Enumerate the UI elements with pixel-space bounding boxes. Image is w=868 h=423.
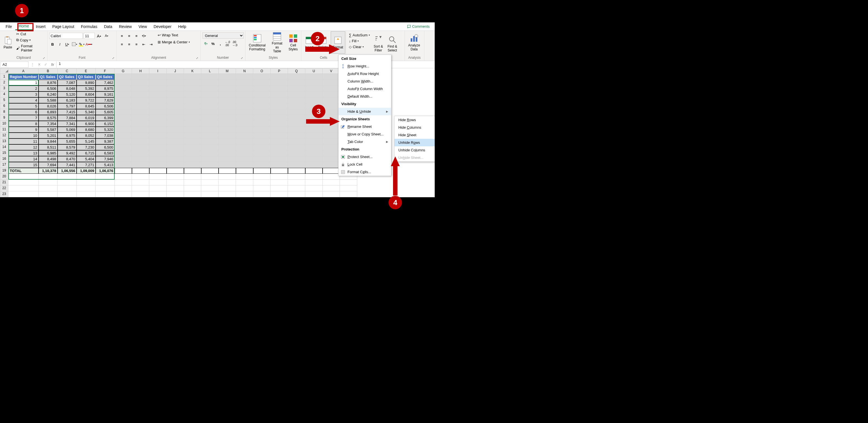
data-cell[interactable]: 8 bbox=[8, 121, 38, 127]
menu-move-copy-sheet[interactable]: Move or Copy Sheet... bbox=[339, 130, 391, 138]
empty-cell[interactable] bbox=[271, 86, 288, 91]
data-cell[interactable]: 7,271 bbox=[76, 162, 96, 168]
empty-cell[interactable] bbox=[322, 156, 340, 162]
empty-cell[interactable] bbox=[305, 179, 322, 186]
row-header-13[interactable]: 13 bbox=[0, 139, 8, 144]
data-cell[interactable]: 9,161 bbox=[96, 91, 115, 97]
empty-cell[interactable] bbox=[219, 133, 236, 139]
tab-home[interactable]: Home bbox=[16, 23, 32, 30]
empty-cell[interactable] bbox=[288, 133, 305, 139]
column-header-K[interactable]: K bbox=[184, 68, 201, 74]
empty-cell[interactable] bbox=[322, 103, 340, 109]
row-header-10[interactable]: 10 bbox=[0, 121, 8, 127]
number-format-select[interactable]: General bbox=[203, 32, 244, 38]
empty-cell[interactable] bbox=[288, 109, 305, 115]
row-header-17[interactable]: 17 bbox=[0, 162, 8, 168]
empty-cell[interactable] bbox=[132, 91, 149, 97]
data-cell[interactable]: 9,844 bbox=[38, 139, 58, 144]
data-cell[interactable]: 8,604 bbox=[76, 91, 96, 97]
data-cell[interactable]: 6,583 bbox=[96, 150, 115, 156]
empty-cell[interactable] bbox=[322, 179, 340, 186]
data-cell[interactable]: 6,152 bbox=[96, 121, 115, 127]
column-header-O[interactable]: O bbox=[253, 68, 271, 74]
empty-cell[interactable] bbox=[322, 150, 340, 156]
empty-cell[interactable] bbox=[322, 162, 340, 168]
data-cell[interactable]: 5,413 bbox=[96, 162, 115, 168]
font-name-input[interactable] bbox=[49, 33, 83, 39]
column-header-U[interactable]: U bbox=[305, 68, 322, 74]
percent-button[interactable]: % bbox=[210, 40, 216, 47]
empty-cell[interactable] bbox=[201, 186, 219, 191]
data-cell[interactable]: 5,320 bbox=[96, 127, 115, 133]
empty-cell[interactable] bbox=[271, 121, 288, 127]
empty-cell[interactable] bbox=[219, 168, 236, 174]
total-cell[interactable]: 1,06,076 bbox=[96, 168, 115, 174]
empty-cell[interactable] bbox=[149, 179, 166, 186]
data-cell[interactable]: 7 bbox=[8, 115, 38, 121]
empty-cell[interactable] bbox=[132, 133, 149, 139]
copy-button[interactable]: ⧉Copy ▾ bbox=[15, 37, 45, 43]
empty-cell[interactable] bbox=[166, 127, 184, 133]
empty-cell[interactable] bbox=[38, 191, 58, 197]
data-cell[interactable]: 8,052 bbox=[76, 133, 96, 139]
empty-cell[interactable] bbox=[219, 97, 236, 103]
empty-cell[interactable] bbox=[76, 186, 96, 191]
data-cell[interactable]: 15 bbox=[8, 162, 38, 168]
empty-cell[interactable] bbox=[253, 191, 271, 197]
data-cell[interactable]: 8,498 bbox=[38, 156, 58, 162]
empty-cell[interactable] bbox=[305, 86, 322, 91]
empty-cell[interactable] bbox=[76, 191, 96, 197]
empty-cell[interactable] bbox=[253, 80, 271, 86]
underline-button[interactable]: U ▾ bbox=[64, 41, 70, 48]
data-cell[interactable]: 12 bbox=[8, 144, 38, 150]
empty-cell[interactable] bbox=[288, 191, 305, 197]
empty-cell[interactable] bbox=[132, 103, 149, 109]
empty-cell[interactable] bbox=[236, 91, 253, 97]
empty-cell[interactable] bbox=[288, 144, 305, 150]
menu-row-height[interactable]: Row Height... bbox=[339, 62, 391, 70]
data-cell[interactable]: 6,985 bbox=[38, 150, 58, 156]
data-cell[interactable]: 7,341 bbox=[58, 121, 76, 127]
empty-cell[interactable] bbox=[115, 162, 132, 168]
accounting-button[interactable]: ₹▾ bbox=[203, 40, 209, 47]
row-header-20[interactable]: 20 bbox=[0, 174, 8, 179]
data-cell[interactable]: 7,694 bbox=[38, 162, 58, 168]
empty-cell[interactable] bbox=[322, 144, 340, 150]
empty-cell[interactable] bbox=[271, 97, 288, 103]
empty-cell[interactable] bbox=[76, 179, 96, 186]
empty-cell[interactable] bbox=[184, 150, 201, 156]
empty-cell[interactable] bbox=[166, 168, 184, 174]
empty-cell[interactable] bbox=[219, 121, 236, 127]
empty-cell[interactable] bbox=[166, 91, 184, 97]
empty-cell[interactable] bbox=[132, 139, 149, 144]
data-cell[interactable]: 8,680 bbox=[76, 127, 96, 133]
menu-column-width[interactable]: Column Width... bbox=[339, 78, 391, 85]
empty-cell[interactable] bbox=[96, 186, 115, 191]
fill-color-button[interactable]: ▾ bbox=[78, 41, 85, 48]
empty-cell[interactable] bbox=[271, 186, 288, 191]
empty-cell[interactable] bbox=[166, 186, 184, 191]
empty-cell[interactable] bbox=[201, 121, 219, 127]
empty-cell[interactable] bbox=[305, 91, 322, 97]
row-header-12[interactable]: 12 bbox=[0, 133, 8, 139]
empty-cell[interactable] bbox=[115, 133, 132, 139]
empty-cell[interactable] bbox=[115, 109, 132, 115]
empty-cell[interactable] bbox=[149, 91, 166, 97]
empty-cell[interactable] bbox=[236, 86, 253, 91]
empty-cell[interactable] bbox=[115, 156, 132, 162]
empty-cell[interactable] bbox=[219, 91, 236, 97]
row-header-19[interactable]: 19 bbox=[0, 168, 8, 174]
empty-cell[interactable] bbox=[184, 86, 201, 91]
empty-cell[interactable] bbox=[166, 139, 184, 144]
header-cell[interactable]: Q1 Sales bbox=[38, 74, 58, 80]
menu-hide-unhide[interactable]: Hide & Unhide▶ bbox=[339, 108, 391, 115]
empty-cell[interactable] bbox=[236, 144, 253, 150]
tab-formulas[interactable]: Formulas bbox=[78, 23, 101, 30]
empty-cell[interactable] bbox=[115, 80, 132, 86]
empty-cell[interactable] bbox=[115, 121, 132, 127]
data-cell[interactable]: 6,240 bbox=[38, 91, 58, 97]
empty-cell[interactable] bbox=[236, 80, 253, 86]
empty-cell[interactable] bbox=[96, 191, 115, 197]
row-header-21[interactable]: 21 bbox=[0, 179, 8, 186]
empty-cell[interactable] bbox=[236, 127, 253, 133]
